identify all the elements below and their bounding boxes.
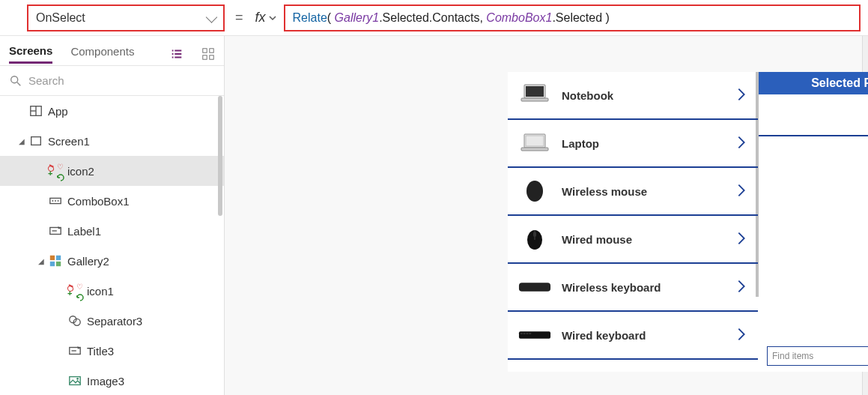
icon-control-icon: + <box>66 286 84 296</box>
svg-rect-17 <box>56 256 61 260</box>
svg-rect-39 <box>523 333 526 334</box>
icon-control-icon: + <box>46 166 64 176</box>
svg-point-32 <box>526 181 543 202</box>
tree-item-title3[interactable]: Title3 <box>0 336 224 366</box>
formula-token: Gallery1 <box>335 11 380 25</box>
svg-rect-0 <box>203 48 207 52</box>
svg-rect-3 <box>210 55 213 58</box>
svg-point-11 <box>52 200 54 202</box>
formula-token: Relate <box>293 11 327 25</box>
svg-rect-9 <box>31 137 41 145</box>
svg-rect-37 <box>519 331 550 339</box>
product-thumbnail <box>518 82 551 109</box>
tree-view: App◢Screen1+icon2ComboBox1Label1◢Gallery… <box>0 96 224 395</box>
gallery-item[interactable]: Wired keyboard <box>508 312 758 360</box>
chevron-right-icon[interactable] <box>735 134 747 153</box>
svg-line-5 <box>17 82 21 85</box>
property-name: OnSelect <box>36 11 85 25</box>
chevron-right-icon[interactable] <box>735 182 747 201</box>
chevron-down-icon <box>269 14 276 22</box>
contacts-pane: Selected Product Contacts Find items <box>758 72 868 372</box>
chevron-right-icon[interactable] <box>735 86 747 105</box>
tree-item-icon1[interactable]: +icon1 <box>0 276 224 306</box>
gallery-item[interactable]: Laptop <box>508 120 758 168</box>
gallery-item-title: Wireless keyboard <box>562 281 735 294</box>
svg-rect-31 <box>521 148 548 151</box>
svg-rect-19 <box>56 262 61 266</box>
main-split: Screens Components App◢Screen1+icon2Comb… <box>0 36 868 395</box>
gallery-item-title: Notebook <box>562 89 735 102</box>
contacts-body <box>758 136 868 340</box>
property-dropdown[interactable]: OnSelect <box>27 4 225 31</box>
svg-rect-28 <box>521 98 548 101</box>
combobox-placeholder: Find items <box>772 351 813 361</box>
tree-item-label: App <box>45 105 68 118</box>
svg-point-13 <box>58 200 59 202</box>
gallery-item-title: Wireless mouse <box>562 185 735 198</box>
tab-screens[interactable]: Screens <box>9 44 52 64</box>
tree-item-label1[interactable]: Label1 <box>0 216 224 246</box>
tree-item-label: ComboBox1 <box>64 195 130 208</box>
tree-item-label: Screen1 <box>45 135 90 148</box>
svg-rect-41 <box>529 333 531 334</box>
gallery-item-title: Wired keyboard <box>562 329 735 342</box>
svg-rect-16 <box>50 256 55 260</box>
canvas-area[interactable]: NotebookLaptopWireless mouseWired mouseW… <box>225 36 862 395</box>
fx-label-text: fx <box>255 10 266 25</box>
image-icon <box>66 374 84 388</box>
tree-item-separator3[interactable]: Separator3 <box>0 306 224 336</box>
search-icon <box>9 74 22 88</box>
tree-item-label: Label1 <box>64 225 101 238</box>
svg-rect-36 <box>519 283 550 291</box>
label-icon <box>66 344 84 358</box>
list-view-icon[interactable] <box>170 47 183 61</box>
gallery-item[interactable]: Wireless keyboard <box>508 264 758 312</box>
product-thumbnail <box>518 226 551 253</box>
svg-rect-2 <box>203 55 207 58</box>
product-gallery[interactable]: NotebookLaptopWireless mouseWired mouseW… <box>508 72 758 372</box>
tree-caret[interactable]: ◢ <box>36 257 46 265</box>
svg-point-4 <box>11 76 18 82</box>
gallery-item-title: Wired mouse <box>562 233 735 246</box>
screen-icon <box>27 134 45 148</box>
formula-token: .Selected ) <box>552 11 609 25</box>
search-input[interactable] <box>28 74 215 87</box>
tree-search <box>0 66 224 96</box>
tree-caret[interactable]: ◢ <box>16 137 27 145</box>
product-thumbnail <box>518 178 551 205</box>
product-thumbnail <box>518 130 551 157</box>
tree-item-label: Title3 <box>84 345 114 358</box>
tree-item-icon2[interactable]: +icon2 <box>0 156 224 186</box>
formula-input[interactable]: Relate( Gallery1.Selected.Contacts, Comb… <box>284 4 861 31</box>
chevron-right-icon[interactable] <box>735 230 747 249</box>
tree-item-image3[interactable]: Image3 <box>0 366 224 395</box>
svg-point-25 <box>76 378 79 380</box>
chevron-right-icon[interactable] <box>735 278 747 297</box>
chevron-right-icon[interactable] <box>735 326 747 345</box>
tree-scrollbar[interactable] <box>218 96 222 216</box>
tree-item-label: Gallery2 <box>64 255 109 268</box>
tree-item-app[interactable]: App <box>0 96 224 126</box>
tree-item-label: icon2 <box>64 165 94 178</box>
fx-button[interactable]: fx <box>254 10 278 25</box>
close-row <box>758 94 868 136</box>
tab-components[interactable]: Components <box>70 45 134 62</box>
separator-icon <box>66 314 84 328</box>
combobox-find-items[interactable]: Find items <box>767 346 868 366</box>
tree-item-combobox1[interactable]: ComboBox1 <box>0 186 224 216</box>
svg-rect-18 <box>50 262 55 266</box>
grid-view-icon[interactable] <box>201 47 215 61</box>
tree-item-gallery2[interactable]: ◢Gallery2 <box>0 246 224 276</box>
label-icon <box>46 224 64 238</box>
svg-rect-24 <box>70 377 80 385</box>
svg-rect-38 <box>521 333 523 334</box>
gallery-item[interactable]: Wired mouse <box>508 216 758 264</box>
gallery-item[interactable]: Notebook <box>508 72 758 120</box>
tree-item-screen1[interactable]: ◢Screen1 <box>0 126 224 156</box>
gallery-item-title: Laptop <box>562 137 735 150</box>
gallery-item[interactable]: Wireless mouse <box>508 168 758 216</box>
svg-rect-27 <box>526 86 544 97</box>
formula-bar: OnSelect = fx Relate( Gallery1.Selected.… <box>0 0 868 36</box>
svg-rect-40 <box>526 333 529 334</box>
svg-rect-35 <box>533 232 536 237</box>
